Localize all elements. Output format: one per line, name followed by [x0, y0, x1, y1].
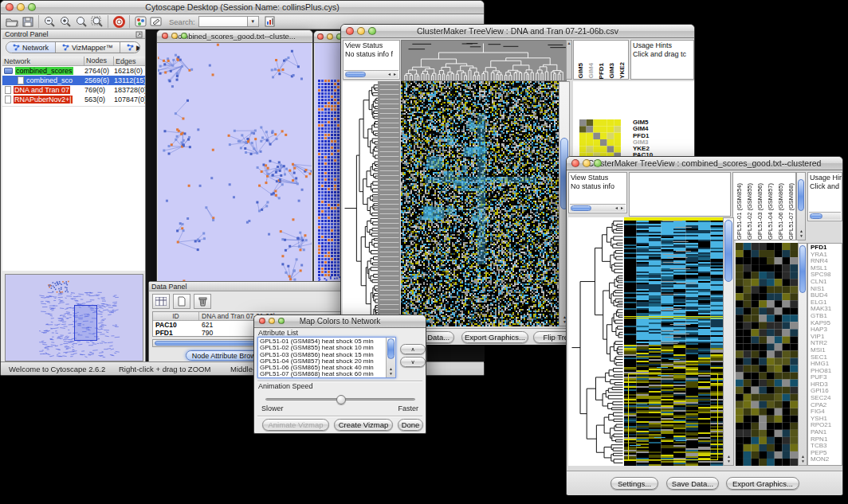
- control-panel-tab[interactable]: Network: [6, 42, 56, 53]
- view-status-panel: View Status No status info ◄►: [568, 172, 627, 213]
- minimize-button[interactable]: [17, 3, 25, 11]
- column-dendrogram-canvas[interactable]: [401, 40, 567, 81]
- save-data-button[interactable]: Save Data...: [666, 477, 719, 490]
- view-status-hscrollbar[interactable]: ◄►: [344, 70, 398, 78]
- network-tab-icon: [13, 44, 20, 51]
- zoom-fit-icon[interactable]: [89, 14, 105, 29]
- close-button[interactable]: [317, 33, 324, 40]
- report-icon[interactable]: [263, 14, 279, 29]
- vizmapper-icon[interactable]: [132, 14, 148, 29]
- main-titlebar[interactable]: Cytoscape Desktop (Session Name: collins…: [1, 1, 484, 14]
- help-icon[interactable]: [111, 14, 127, 29]
- column-labels-vscrollbar[interactable]: ▲▼: [796, 172, 806, 240]
- export-graphics-button[interactable]: Export Graphics...: [461, 331, 528, 343]
- detail-vscrollbar[interactable]: ▲▼: [798, 243, 807, 466]
- control-panel-tab[interactable]: VizMapper™: [56, 42, 120, 53]
- column-label: GPL51-07 (GSM868): [787, 183, 795, 240]
- minimize-button[interactable]: [327, 33, 333, 40]
- row-id: PAC10: [153, 321, 199, 329]
- zoom-button[interactable]: [278, 318, 285, 324]
- treeview1-title: ClusterMaker TreeView : DNA and Tran 07-…: [417, 26, 618, 36]
- close-button[interactable]: [571, 159, 579, 167]
- detail-heatmap-canvas[interactable]: [736, 243, 798, 466]
- heatmap-vscrollbar[interactable]: ▲▼: [723, 217, 734, 466]
- attribute-items: GPL51-01 (GSM854) heat shock 05 minGPL51…: [258, 338, 386, 378]
- column-header-id[interactable]: ID: [153, 312, 199, 320]
- column-labels-panel[interactable]: GPL51-01 (GSM854)GPL51-02 (GSM855)GPL51-…: [732, 172, 796, 240]
- search-dropdown-button[interactable]: ▼: [248, 16, 259, 27]
- slider-thumb[interactable]: [336, 395, 346, 404]
- network-overview-panel[interactable]: [5, 274, 143, 361]
- save-session-icon[interactable]: [20, 14, 36, 29]
- zoom-button[interactable]: [28, 3, 36, 11]
- minimize-button[interactable]: [357, 27, 365, 35]
- usage-hints-hscrollbar[interactable]: [809, 212, 841, 220]
- zoom-in-icon[interactable]: [57, 14, 73, 29]
- gene-list-panel[interactable]: PFD1YRA1RNR4MSL1SPC98CLN1NIS1BUD4ELG1MAK…: [807, 243, 842, 466]
- export-graphics-button[interactable]: Export Graphics...: [726, 477, 799, 490]
- column-dendrogram-area[interactable]: [629, 172, 731, 217]
- close-button[interactable]: [6, 3, 14, 11]
- done-button[interactable]: Done: [398, 419, 423, 431]
- zoom-button[interactable]: [368, 27, 376, 35]
- zoom-selected-icon[interactable]: [73, 14, 89, 29]
- settings-button[interactable]: Settings...: [610, 477, 658, 490]
- open-session-icon[interactable]: [4, 14, 20, 29]
- usage-hints-title: Usage Hints: [631, 41, 693, 50]
- treeview2-title: ClusterMaker TreeView : combined_scores_…: [588, 158, 822, 168]
- network-view-titlebar[interactable]: combined_scores_good.txt--cluste...: [157, 30, 312, 43]
- minimize-button[interactable]: [171, 33, 178, 39]
- minimize-button[interactable]: [583, 159, 591, 167]
- network-view-title: combined_scores_good.txt--cluste...: [174, 32, 296, 41]
- control-panel-tab[interactable]: ▶: [120, 42, 140, 53]
- network-tree-row[interactable]: RNAPuberNov2+| 563(0) 107847(0): [2, 95, 145, 104]
- close-button[interactable]: [259, 318, 265, 324]
- network-graph-canvas[interactable]: [158, 43, 312, 286]
- create-vizmap-button[interactable]: Create Vizmap: [334, 419, 393, 431]
- network-canvas-area[interactable]: [158, 43, 312, 286]
- column-labels-panel[interactable]: GIM5GIM4PFD1GIM3YKE2PAC10: [573, 40, 629, 80]
- network-tree-row[interactable]: DNA and Tran 07 769(0) 183728(0): [2, 85, 145, 95]
- network-tree-row[interactable]: combined_sco 2569(6) 13112(15): [2, 76, 145, 85]
- network-item-nodes: 2569(6): [84, 76, 114, 84]
- new-attribute-icon[interactable]: [173, 294, 190, 309]
- usage-hints-text: Click and: [808, 182, 842, 191]
- heatmap-canvas[interactable]: [624, 217, 723, 466]
- network-item-nodes: 769(0): [84, 86, 114, 94]
- search-input[interactable]: [198, 16, 248, 27]
- network-tree-row[interactable]: combined_scores 2764(0) 16218(0): [2, 66, 145, 76]
- row-dendrogram-canvas[interactable]: [568, 217, 624, 466]
- toolbar-separator: [108, 15, 108, 28]
- network-item-edges: 183728(0): [114, 86, 145, 94]
- dialog-titlebar[interactable]: Map Colors to Network: [254, 315, 426, 328]
- view-status-hscrollbar[interactable]: ◄►: [570, 204, 626, 212]
- minimize-button[interactable]: [269, 318, 275, 324]
- move-down-button[interactable]: ∨: [400, 357, 426, 367]
- zoom-button[interactable]: [594, 159, 602, 167]
- close-button[interactable]: [162, 33, 168, 39]
- move-up-button[interactable]: ∧: [400, 344, 426, 354]
- attribute-item[interactable]: GPL51-07 (GSM868) heat shock 60 min: [258, 371, 386, 377]
- correlation-matrix-canvas[interactable]: [579, 119, 621, 159]
- zoom-out-icon[interactable]: [41, 14, 57, 29]
- delete-attribute-icon[interactable]: [194, 294, 211, 309]
- row-labels-panel[interactable]: GIM5GIM4PFD1GIM3YKE2PAC10: [633, 119, 653, 159]
- treeview1-titlebar[interactable]: ClusterMaker TreeView : DNA and Tran 07-…: [341, 25, 694, 38]
- zoom-button[interactable]: [181, 33, 187, 39]
- speed-slider[interactable]: [265, 398, 415, 400]
- network-item-name: RNAPuberNov2+|: [14, 96, 73, 104]
- row-dendrogram-canvas[interactable]: [343, 81, 400, 326]
- treeview2-titlebar[interactable]: ClusterMaker TreeView : combined_scores_…: [567, 157, 842, 170]
- attribute-list-label: Attribute List: [258, 329, 298, 337]
- annotation-icon[interactable]: [148, 14, 164, 29]
- table-mode-icon[interactable]: [152, 294, 170, 309]
- heatmap-canvas[interactable]: [401, 81, 559, 326]
- animate-vizmap-button[interactable]: Animate Vizmap: [262, 419, 329, 431]
- window-controls: [6, 3, 36, 11]
- close-button[interactable]: [346, 27, 354, 35]
- attribute-list-vscrollbar[interactable]: ▲▼: [386, 338, 395, 377]
- float-panel-icon[interactable]: [135, 31, 143, 38]
- attribute-listbox[interactable]: GPL51-01 (GSM854) heat shock 05 minGPL51…: [257, 337, 396, 378]
- network-overview-canvas[interactable]: [6, 275, 143, 361]
- network-tab-icon: [62, 44, 69, 51]
